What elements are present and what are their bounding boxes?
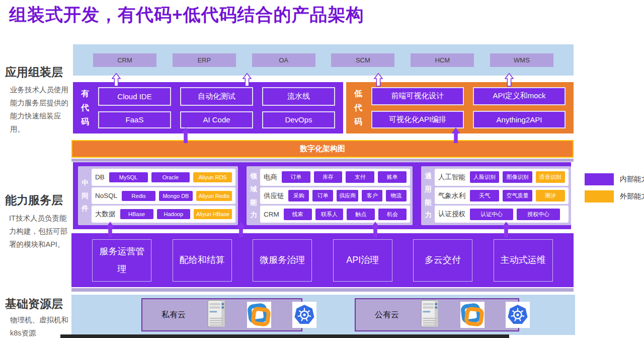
capability-tag: 图像识别: [503, 171, 532, 183]
arrow-up-icon: [112, 73, 121, 89]
capability-panel-label: 领域能力: [249, 169, 258, 223]
capability-row-name: CRM: [264, 211, 279, 218]
capability-row-name: NoSQL: [95, 192, 117, 199]
vmware-icon: [460, 302, 485, 328]
pro-code-label: 有代码: [80, 86, 90, 129]
capability-row-name: 人工智能: [438, 173, 465, 182]
capability-tag: 账单: [378, 171, 407, 183]
layer-heading-capability: 能力服务层: [5, 192, 63, 208]
layer-heading-app: 应用组装层: [5, 64, 63, 80]
digital-architecture-bar: 数字化架构图: [71, 140, 574, 158]
low-code-section: 低代码 前端可视化设计API定义和mock可视化化API编排Anything2A…: [346, 82, 574, 133]
arrow-up-icon: [451, 127, 460, 145]
service-box: API治理: [333, 239, 392, 282]
layer-desc-app: 业务技术人员使用能力服务层提供的能力快速组装应用。: [10, 83, 74, 136]
app-button-wms: WMS: [490, 53, 553, 67]
arrow-up-icon: [236, 222, 246, 239]
service-box: 多云交付: [413, 239, 472, 282]
legend: 内部能力外部能力: [585, 173, 644, 202]
capability-tag: Redis: [122, 191, 155, 201]
arrow-up-icon: [374, 73, 383, 89]
app-button-scm: SCM: [331, 53, 394, 67]
capability-row: 电商订单库存支付账单: [260, 169, 410, 186]
server-icon: [207, 300, 226, 330]
pro-code-section: 有代码 Cloud IDE自动化测试流水线FaaSAI CodeDevOps: [73, 82, 343, 133]
app-button-oa: OA: [252, 53, 315, 67]
capability-panel-label: 通用能力: [424, 169, 433, 223]
legend-swatch-external: [585, 190, 614, 202]
capability-tag: 线索: [284, 209, 312, 220]
service-row: 服务运营管理配给和结算微服务治理API治理多云交付主动式运维: [71, 233, 574, 287]
pro-code-item: AI Code: [180, 111, 253, 129]
app-button-hcm: HCM: [411, 53, 474, 67]
capability-tag: 采购: [288, 190, 309, 201]
layer-heading-resource: 基础资源层: [5, 296, 63, 312]
capability-tag: 供应商: [337, 190, 358, 201]
arrow-up-icon: [181, 127, 190, 145]
capability-panel: 领域能力电商订单库存支付账单供应链采购订单供应商客户物流CRM线索联系人触点机会: [247, 166, 413, 225]
page-title: 组装式开发，有代码+低代码结合的产品架构: [9, 3, 364, 27]
pro-code-item: 流水线: [262, 87, 335, 106]
capability-row-name: 电商: [264, 173, 277, 182]
capability-tag: 人脸识别: [470, 171, 499, 183]
pro-code-items: Cloud IDE自动化测试流水线FaaSAI CodeDevOps: [98, 87, 335, 128]
low-code-item: Anything2API: [473, 111, 566, 129]
cloud-box-private: 私有云: [141, 298, 302, 331]
cloud-label: 公有云: [375, 310, 399, 320]
capability-row: 认证授权认证中心授权中心: [435, 206, 569, 223]
server-icon: [420, 300, 439, 330]
layer-desc-capability: IT技术人员负责能力构建，包括可部署的模块和API。: [9, 212, 73, 251]
bottom-bar: [60, 334, 509, 338]
pro-code-item: 自动化测试: [180, 87, 253, 106]
capability-row-name: 气象水利: [438, 191, 465, 200]
capability-row: 大数据HBaseHadoopAliyun HBase: [92, 206, 235, 223]
capability-row-name: 大数据: [95, 210, 116, 219]
capability-tag: 物流: [386, 190, 407, 201]
arrow-up-icon: [243, 73, 252, 89]
pro-code-item: Cloud IDE: [98, 87, 171, 106]
capability-tag: HBase: [120, 209, 153, 219]
divider-strip: [71, 159, 574, 162]
capability-row-name: DB: [95, 173, 105, 181]
capability-service-box: 中间件DBMySQLOracleAliyun RDSNoSQLRedisMong…: [73, 162, 571, 229]
capability-tag: 机会: [378, 209, 407, 220]
capability-tag: MySQL: [109, 172, 148, 182]
low-code-item: API定义和mock: [473, 87, 566, 105]
divider-strip: [71, 288, 574, 292]
legend-item: 外部能力: [585, 190, 644, 202]
capability-tag: 订单: [312, 190, 333, 201]
capability-tag: Mongo DB: [159, 191, 193, 201]
capability-row-name: 认证授权: [438, 210, 465, 219]
base-resource-area: 私有云公有云: [71, 295, 575, 335]
cloud-label: 私有云: [162, 310, 186, 320]
legend-label: 外部能力: [620, 192, 644, 201]
capability-row: DBMySQLOracleAliyun RDS: [92, 169, 235, 186]
low-code-items: 前端可视化设计API定义和mock可视化化API编排Anything2API: [371, 87, 566, 128]
capability-tag: 订单: [282, 171, 310, 183]
arrow-up-icon: [371, 222, 380, 239]
capability-tag: 库存: [314, 171, 343, 183]
capability-row: CRM线索联系人触点机会: [260, 206, 410, 223]
capability-tag: 联系人: [315, 209, 344, 220]
capability-panel-label: 中间件: [80, 169, 90, 223]
cloud-box-public: 公有云: [355, 298, 519, 331]
legend-item: 内部能力: [585, 173, 644, 185]
capability-tag: Aliyun HBase: [194, 209, 232, 219]
capability-tag: Aliyun Redis: [196, 191, 232, 201]
low-code-label: 低代码: [353, 86, 363, 129]
kubernetes-icon: [292, 302, 316, 328]
vmware-icon: [247, 302, 271, 328]
kubernetes-icon: [506, 302, 530, 328]
capability-tag: Oracle: [151, 172, 190, 182]
capability-tag: 空气质量: [503, 190, 532, 201]
service-box: 主动式运维: [494, 239, 553, 282]
capability-tag: 潮汐: [536, 190, 565, 201]
arrow-up-icon: [505, 73, 514, 89]
capability-tag: 授权中心: [517, 209, 560, 220]
capability-row: 气象水利天气空气质量潮汐: [435, 187, 569, 205]
service-box: 服务运营管理: [92, 239, 151, 282]
arrow-up-icon: [502, 222, 511, 239]
capability-row-name: 供应链: [264, 191, 284, 200]
capability-tag: 语音识别: [536, 171, 565, 183]
capability-panel: 中间件DBMySQLOracleAliyun RDSNoSQLRedisMong…: [78, 166, 238, 225]
